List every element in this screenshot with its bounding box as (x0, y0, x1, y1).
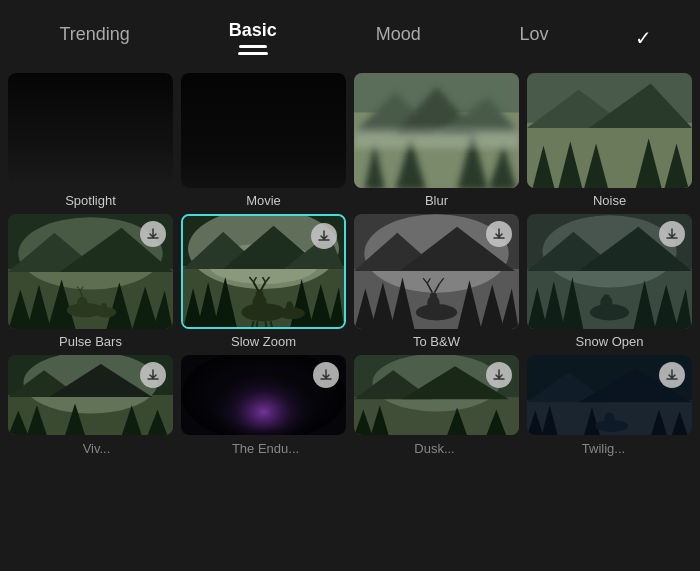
tab-mood[interactable]: Mood (364, 16, 433, 60)
svg-point-66 (287, 301, 292, 305)
slow-zoom-thumb (181, 214, 346, 329)
tab-trending[interactable]: Trending (47, 16, 141, 60)
movie-thumb (181, 73, 346, 188)
filter-item-snow-open[interactable]: Snow Open (527, 214, 692, 349)
download-snow-open[interactable] (659, 221, 685, 247)
bottom-label-4: Twilig... (523, 441, 684, 456)
filter-item-noise[interactable]: Noise (527, 73, 692, 208)
bottom-label-3: Dusk... (354, 441, 515, 456)
filter-item-r3-3[interactable] (354, 355, 519, 435)
filter-item-spotlight[interactable]: Spotlight (8, 73, 173, 208)
filter-item-r3-1[interactable] (8, 355, 173, 435)
r3-2-thumb (181, 355, 346, 435)
confirm-check[interactable]: ✓ (635, 26, 652, 50)
download-r3-3[interactable] (486, 362, 512, 388)
grid-row-1: Spotlight Movie (8, 73, 692, 208)
svg-line-62 (266, 321, 267, 327)
svg-point-80 (430, 293, 437, 299)
svg-point-99 (603, 294, 609, 299)
nav-bar: Trending Basic Mood Lov ✓ (0, 0, 700, 63)
filter-item-movie[interactable]: Movie (181, 73, 346, 208)
svg-point-53 (255, 291, 263, 298)
r3-3-thumb (354, 355, 519, 435)
filter-grid: Spotlight Movie (0, 63, 700, 456)
filter-item-to-bw[interactable]: To B&W (354, 214, 519, 349)
download-r3-4[interactable] (659, 362, 685, 388)
bottom-labels-row: Viv... The Endu... Dusk... Twilig... (8, 441, 692, 456)
tab-basic[interactable]: Basic (217, 12, 289, 63)
grid-row-3 (8, 355, 692, 435)
svg-point-132 (604, 413, 614, 425)
bottom-label-2: The Endu... (185, 441, 346, 456)
filter-item-r3-4[interactable] (527, 355, 692, 435)
download-r3-2[interactable] (313, 362, 339, 388)
filter-item-pulse-bars[interactable]: Pulse Bars (8, 214, 173, 349)
svg-rect-9 (354, 128, 519, 149)
filter-item-r3-2[interactable] (181, 355, 346, 435)
r3-1-thumb (8, 355, 173, 435)
bottom-label-1: Viv... (16, 441, 177, 456)
svg-point-37 (101, 303, 107, 311)
download-pulse-bars[interactable] (140, 221, 166, 247)
noise-thumb (527, 73, 692, 188)
grid-row-2: Pulse Bars (8, 214, 692, 349)
blur-thumb (354, 73, 519, 188)
download-r3-1[interactable] (140, 362, 166, 388)
download-to-bw[interactable] (486, 221, 512, 247)
spotlight-thumb (8, 73, 173, 188)
snow-open-thumb (527, 214, 692, 329)
to-bw-thumb (354, 214, 519, 329)
r3-4-thumb (527, 355, 692, 435)
filter-item-blur[interactable]: Blur (354, 73, 519, 208)
svg-line-61 (256, 321, 257, 327)
pulse-bars-thumb (8, 214, 173, 329)
tab-lov[interactable]: Lov (508, 16, 561, 60)
svg-point-32 (77, 297, 87, 309)
download-slow-zoom[interactable] (311, 223, 337, 249)
filter-item-slow-zoom[interactable]: Slow Zoom (181, 214, 346, 349)
